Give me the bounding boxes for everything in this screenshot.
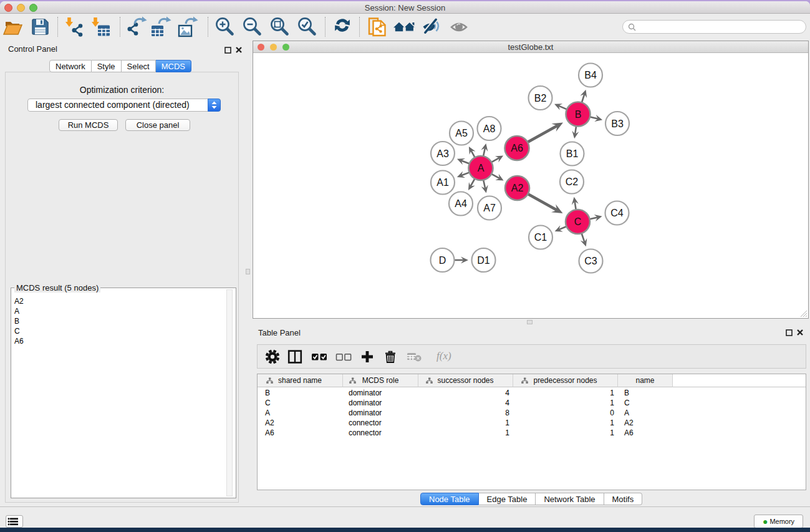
svg-text:C: C (574, 216, 582, 227)
svg-text:B2: B2 (534, 93, 547, 104)
svg-text:A5: A5 (455, 128, 468, 138)
svg-text:D: D (439, 255, 446, 266)
svg-text:B3: B3 (611, 118, 624, 129)
svg-text:B: B (575, 109, 582, 120)
svg-text:A4: A4 (455, 198, 467, 209)
svg-text:A2: A2 (511, 183, 524, 193)
svg-text:A: A (478, 163, 485, 173)
svg-text:C1: C1 (534, 232, 547, 243)
svg-text:B4: B4 (584, 70, 597, 80)
svg-text:D1: D1 (477, 255, 490, 266)
svg-text:C2: C2 (566, 177, 579, 187)
svg-text:B1: B1 (566, 148, 579, 159)
svg-text:A1: A1 (436, 177, 449, 188)
svg-text:A6: A6 (511, 143, 523, 153)
svg-text:C3: C3 (584, 256, 597, 266)
svg-text:A3: A3 (436, 148, 449, 159)
svg-text:A7: A7 (483, 203, 496, 213)
svg-text:A8: A8 (483, 123, 496, 134)
svg-text:C4: C4 (610, 208, 624, 218)
